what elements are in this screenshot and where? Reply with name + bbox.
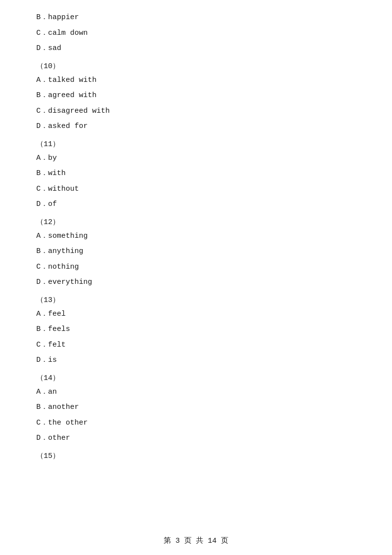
option-c-calm-down: C．calm down <box>34 25 358 41</box>
option-11-a: A．by <box>34 151 358 166</box>
question-15-number: （15） <box>34 451 358 460</box>
question-13-number: （13） <box>34 295 358 304</box>
page-footer: 第 3 页 共 14 页 <box>0 536 392 545</box>
question-12-number: （12） <box>34 217 358 227</box>
question-11-number: （11） <box>34 139 358 149</box>
page-footer-text: 第 3 页 共 14 页 <box>164 537 228 545</box>
option-14-a: A．an <box>34 384 358 400</box>
option-12-b: B．anything <box>34 244 358 259</box>
option-13-c: C．felt <box>34 337 358 353</box>
option-13-a: A．feel <box>34 306 358 322</box>
main-content: B．happier C．calm down D．sad （10） A．talke… <box>0 0 392 492</box>
option-12-d: D．everything <box>34 275 358 290</box>
option-11-c: C．without <box>34 181 358 197</box>
option-10-a: A．talked with <box>34 73 358 88</box>
option-14-c: C．the other <box>34 415 358 431</box>
option-14-d: D．other <box>34 430 358 446</box>
option-10-b: B．agreed with <box>34 88 358 103</box>
option-11-b: B．with <box>34 166 358 181</box>
option-10-c: C．disagreed with <box>34 103 358 119</box>
option-b-happier: B．happier <box>34 10 358 25</box>
option-12-c: C．nothing <box>34 259 358 275</box>
question-14-number: （14） <box>34 373 358 382</box>
option-12-a: A．something <box>34 228 358 244</box>
option-13-b: B．feels <box>34 322 358 337</box>
option-11-d: D．of <box>34 197 358 212</box>
question-10-number: （10） <box>34 61 358 71</box>
option-d-sad: D．sad <box>34 41 358 56</box>
option-10-d: D．asked for <box>34 119 358 134</box>
option-14-b: B．another <box>34 400 358 415</box>
option-13-d: D．is <box>34 353 358 368</box>
